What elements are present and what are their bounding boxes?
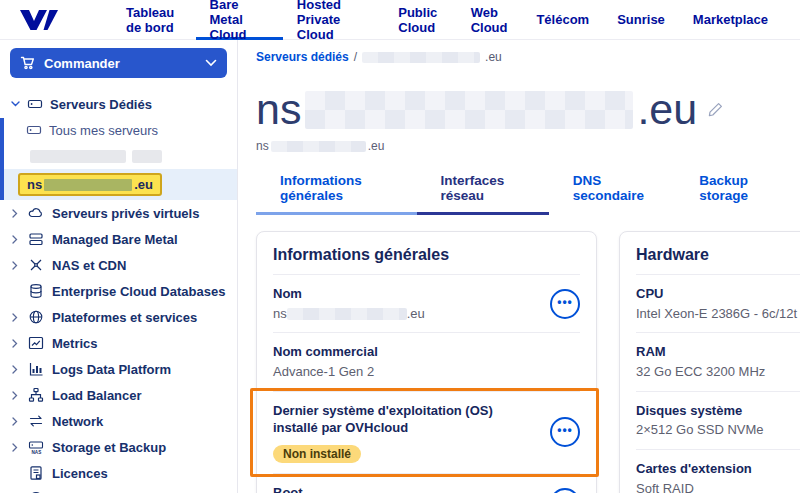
tab-dns-secondaire[interactable]: DNS secondaire xyxy=(549,173,675,215)
server-name-prefix: ns xyxy=(27,177,42,192)
cpu-label: CPU xyxy=(636,285,800,303)
sidebar-item-storage-et-backup[interactable]: NAS Storage et Backup xyxy=(0,434,237,460)
licence-document-icon xyxy=(28,465,44,481)
sidebar-item-serveurs-prives-virtuels[interactable]: Serveurs privés virtuels xyxy=(0,200,237,226)
chevron-right-icon xyxy=(12,209,18,218)
cart-icon xyxy=(20,55,36,71)
page-title: ns .eu xyxy=(256,88,800,131)
title-prefix: ns xyxy=(256,88,301,131)
row-nom-commercial: Nom commercial Advance-1 Gen 2 xyxy=(273,333,580,391)
card-title: Informations générales xyxy=(273,246,580,275)
subtitle-prefix: ns xyxy=(256,139,269,153)
commander-button[interactable]: Commander xyxy=(10,48,227,78)
commander-label: Commander xyxy=(44,56,205,71)
nav-public-cloud[interactable]: Public Cloud xyxy=(384,0,456,40)
sidebar-item-licences[interactable]: Licences xyxy=(0,460,237,486)
row-cartes-extension: Cartes d'extension Soft RAID xyxy=(636,450,800,493)
nas-cdn-icon xyxy=(28,257,44,273)
server-icon xyxy=(27,96,43,112)
nav-web-cloud[interactable]: Web Cloud xyxy=(457,0,523,40)
censored-block xyxy=(132,150,162,163)
boot-actions-button[interactable]: ••• xyxy=(550,488,580,493)
nav-marketplace[interactable]: Marketplace xyxy=(679,0,782,40)
sidebar-item-label: Licences xyxy=(52,466,108,481)
sidebar-item-selected-server[interactable]: ns .eu xyxy=(4,169,237,200)
tab-backup-storage[interactable]: Backup storage xyxy=(675,173,800,215)
sidebar-item-label: Network xyxy=(52,414,103,429)
breadcrumb-serveurs-dedies-link[interactable]: Serveurs dédiés xyxy=(256,50,349,64)
highlighted-server-name: ns .eu xyxy=(18,173,162,196)
boot-label: Boot xyxy=(273,484,550,493)
sidebar-item-ip[interactable]: IP IP xyxy=(0,486,237,493)
hardware-card: Hardware CPU Intel Xeon-E 2386G - 6c/12t… xyxy=(619,231,800,493)
chevron-right-icon xyxy=(12,261,18,270)
sidebar-item-label: Metrics xyxy=(52,336,98,351)
row-disques-systeme: Disques système 2×512 Go SSD NVMe xyxy=(636,392,800,450)
sidebar-item-serveurs-dedies[interactable]: Serveurs Dédiés xyxy=(0,92,237,118)
sidebar-item-label: Load Balancer xyxy=(52,388,142,403)
edit-name-button[interactable] xyxy=(707,101,724,118)
ram-value: 32 Go ECC 3200 MHz xyxy=(636,364,800,381)
sidebar-item-label: Managed Bare Metal xyxy=(52,232,178,247)
database-icon xyxy=(28,283,44,299)
row-cpu: CPU Intel Xeon-E 2386G - 6c/12t - 3.5 GH… xyxy=(636,275,800,333)
nav-sunrise[interactable]: Sunrise xyxy=(603,0,679,40)
load-balancer-icon xyxy=(28,387,44,403)
nav-tableau-de-bord[interactable]: Tableau de bord xyxy=(112,0,196,40)
nas-storage-icon: NAS xyxy=(28,439,44,455)
bar-chart-icon xyxy=(28,361,44,377)
cartes-extension-value: Soft RAID xyxy=(636,481,800,493)
network-arrows-icon xyxy=(28,413,44,429)
nom-commercial-value: Advance-1 Gen 2 xyxy=(273,364,580,381)
nav-bare-metal-cloud[interactable]: Bare Metal Cloud xyxy=(196,0,283,40)
status-badge-non-installe: Non installé xyxy=(273,445,361,463)
sidebar-item-plateformes-et-services[interactable]: Plateformes et services xyxy=(0,304,237,330)
sidebar-item-load-balancer[interactable]: Load Balancer xyxy=(0,382,237,408)
breadcrumb-separator: / xyxy=(354,50,357,64)
tab-interfaces-reseau[interactable]: Interfaces réseau xyxy=(417,173,549,215)
chevron-right-icon xyxy=(12,339,18,348)
card-title: Hardware xyxy=(636,246,800,275)
top-navigation: Tableau de bord Bare Metal Cloud Hosted … xyxy=(112,0,782,40)
ovhcloud-manager-page: Tableau de bord Bare Metal Cloud Hosted … xyxy=(0,0,800,493)
sidebar-item-label: Storage et Backup xyxy=(52,440,166,455)
censored-block xyxy=(271,141,366,152)
row-dernier-os: Dernier système d'exploitation (OS) inst… xyxy=(273,392,580,474)
disques-value: 2×512 Go SSD NVMe xyxy=(636,422,800,439)
breadcrumb-domain-suffix: .eu xyxy=(485,50,502,64)
sidebar-item-managed-bare-metal[interactable]: Managed Bare Metal xyxy=(0,226,237,252)
sidebar-item-network[interactable]: Network xyxy=(0,408,237,434)
censored-block xyxy=(305,91,633,129)
sidebar: Commander Serveurs Dédiés Tous mes serve… xyxy=(0,40,238,493)
cartes-extension-label: Cartes d'extension xyxy=(636,460,800,478)
sidebar-item-tous-mes-serveurs[interactable]: Tous mes serveurs xyxy=(4,118,237,142)
sidebar-item-enterprise-cloud-databases[interactable]: Enterprise Cloud Databases xyxy=(0,278,237,304)
dernier-os-actions-button[interactable]: ••• xyxy=(550,417,580,447)
tab-informations-generales[interactable]: Informations générales xyxy=(256,173,417,215)
censored-block xyxy=(362,52,480,63)
pencil-icon xyxy=(707,101,724,118)
sidebar-item-censored-server[interactable] xyxy=(30,150,237,163)
disques-label: Disques système xyxy=(636,402,800,420)
page-subtitle: ns .eu xyxy=(256,139,800,153)
nav-telecom[interactable]: Télécom xyxy=(522,0,603,40)
ovhcloud-logo-icon[interactable] xyxy=(18,7,60,33)
subtitle-suffix: .eu xyxy=(368,139,385,153)
chevron-down-icon xyxy=(205,59,217,67)
globe-icon xyxy=(28,309,44,325)
row-ram: RAM 32 Go ECC 3200 MHz xyxy=(636,333,800,391)
ellipsis-icon: ••• xyxy=(557,423,573,437)
sidebar-item-nas-et-cdn[interactable]: NAS et CDN xyxy=(0,252,237,278)
server-name-suffix: .eu xyxy=(134,177,153,192)
breadcrumb: Serveurs dédiés / .eu xyxy=(256,50,800,64)
sidebar-item-label: Tous mes serveurs xyxy=(49,123,158,138)
general-information-card: Informations générales Nom ns.eu ••• Nom xyxy=(256,231,597,493)
nav-hosted-private-cloud[interactable]: Hosted Private Cloud xyxy=(283,0,384,40)
nom-actions-button[interactable]: ••• xyxy=(550,289,580,319)
sidebar-item-metrics[interactable]: Metrics xyxy=(0,330,237,356)
nom-value: ns.eu xyxy=(273,306,550,323)
sidebar-item-logs-data-platform[interactable]: Logs Data Platform xyxy=(0,356,237,382)
nom-commercial-label: Nom commercial xyxy=(273,343,580,361)
main-content: Serveurs dédiés / .eu ns .eu ns .eu Info… xyxy=(238,40,800,493)
ram-label: RAM xyxy=(636,343,800,361)
